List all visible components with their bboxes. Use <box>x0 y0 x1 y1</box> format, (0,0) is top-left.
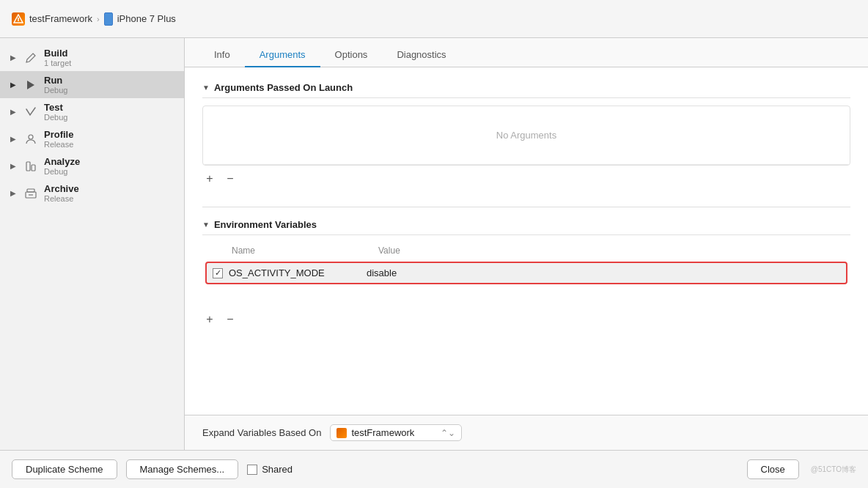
sidebar-item-analyze-text: Analyze Debug <box>44 156 80 176</box>
column-header-value: Value <box>378 245 821 256</box>
select-icon <box>336 428 347 438</box>
sidebar-item-archive[interactable]: ▶ Archive Release <box>0 180 184 207</box>
expand-icon-build: ▶ <box>10 53 18 62</box>
env-section: ▼ Environment Variables Name Value ✓ OS_… <box>202 219 850 333</box>
sidebar-item-analyze[interactable]: ▶ Analyze Debug <box>0 152 184 180</box>
arguments-section-header: ▼ Arguments Passed On Launch <box>202 82 850 98</box>
sidebar-item-test-text: Test Debug <box>44 102 67 122</box>
column-header-name: Name <box>232 245 378 256</box>
env-section-header: ▼ Environment Variables <box>202 219 850 235</box>
run-icon <box>23 78 38 92</box>
close-button[interactable]: Close <box>747 459 799 479</box>
content-body: ▼ Arguments Passed On Launch No Argument… <box>185 67 868 415</box>
main-container: ▶ Build 1 target ▶ Run Debug ▶ <box>0 38 868 450</box>
sidebar-item-profile-text: Profile Release <box>44 129 73 149</box>
shared-label: Shared <box>262 464 293 475</box>
shared-checkbox-label[interactable]: Shared <box>247 464 293 475</box>
no-arguments-label: No Arguments <box>203 106 850 165</box>
section-divider <box>202 207 850 207</box>
svg-marker-3 <box>27 81 34 89</box>
device-icon <box>104 12 113 26</box>
table-header: Name Value <box>202 243 850 259</box>
profile-icon <box>23 132 38 147</box>
select-text: testFramework <box>336 427 414 438</box>
env-add-remove: + − <box>202 306 850 333</box>
titlebar: testFramework › iPhone 7 Plus <box>0 0 868 38</box>
expand-icon-test: ▶ <box>10 108 18 116</box>
project-name: testFramework <box>29 13 92 24</box>
watermark: @51CTO博客 <box>811 465 856 475</box>
content-area: Info Arguments Options Diagnostics ▼ Arg… <box>185 38 868 450</box>
triangle-icon-args: ▼ <box>202 84 210 92</box>
arguments-section: ▼ Arguments Passed On Launch No Argument… <box>202 82 850 192</box>
svg-point-4 <box>29 135 33 139</box>
args-add-remove: + − <box>202 166 850 192</box>
svg-rect-6 <box>32 165 35 171</box>
env-remove-button[interactable]: − <box>223 312 238 327</box>
sidebar-item-run[interactable]: ▶ Run Debug <box>0 71 184 98</box>
args-remove-button[interactable]: − <box>223 171 238 186</box>
expand-vars-label: Expand Variables Based On <box>202 427 321 438</box>
device-name: iPhone 7 Plus <box>117 13 176 24</box>
sidebar-item-run-text: Run Debug <box>44 75 67 95</box>
args-add-button[interactable]: + <box>202 171 217 186</box>
expand-icon-profile: ▶ <box>10 135 18 143</box>
content-footer: Expand Variables Based On testFramework … <box>185 415 868 450</box>
tab-info[interactable]: Info <box>199 43 245 67</box>
select-arrows-icon: ⌃⌄ <box>441 428 455 438</box>
expand-icon-run: ▶ <box>10 81 18 89</box>
arguments-section-title: Arguments Passed On Launch <box>214 82 353 93</box>
archive-icon <box>23 186 38 201</box>
sidebar-item-profile[interactable]: ▶ Profile Release <box>0 125 184 152</box>
expand-icon-archive: ▶ <box>10 189 18 197</box>
env-section-title: Environment Variables <box>214 219 317 230</box>
sidebar-item-archive-text: Archive Release <box>44 183 79 203</box>
expand-icon-analyze: ▶ <box>10 162 18 170</box>
bottom-bar: Duplicate Scheme Manage Schemes... Share… <box>0 450 868 488</box>
analyze-icon <box>23 159 38 174</box>
manage-schemes-button[interactable]: Manage Schemes... <box>126 459 239 479</box>
tab-diagnostics[interactable]: Diagnostics <box>382 43 460 67</box>
svg-rect-5 <box>26 162 30 171</box>
test-icon <box>23 105 38 119</box>
duplicate-scheme-button[interactable]: Duplicate Scheme <box>12 459 117 479</box>
breadcrumb-chevron: › <box>97 15 100 23</box>
selected-value: testFramework <box>351 427 414 438</box>
row-name: OS_ACTIVITY_MODE <box>229 267 361 278</box>
table-row[interactable]: ✓ OS_ACTIVITY_MODE disable <box>205 262 847 284</box>
env-add-button[interactable]: + <box>202 312 217 327</box>
sidebar-item-test[interactable]: ▶ Test Debug <box>0 98 184 125</box>
triangle-icon-env: ▼ <box>202 221 210 229</box>
shared-checkbox[interactable] <box>247 465 257 475</box>
expand-vars-select[interactable]: testFramework ⌃⌄ <box>330 424 462 441</box>
sidebar-item-build[interactable]: ▶ Build 1 target <box>0 44 184 71</box>
row-value: disable <box>367 267 840 278</box>
svg-point-1 <box>18 20 19 21</box>
tabs: Info Arguments Options Diagnostics <box>185 38 868 67</box>
row-checkbox[interactable]: ✓ <box>213 268 223 278</box>
build-icon <box>23 51 38 65</box>
sidebar: ▶ Build 1 target ▶ Run Debug ▶ <box>0 38 185 450</box>
tab-options[interactable]: Options <box>320 43 383 67</box>
sidebar-item-build-text: Build 1 target <box>44 48 71 67</box>
svg-rect-8 <box>27 189 34 192</box>
tab-arguments[interactable]: Arguments <box>245 43 320 67</box>
project-icon <box>12 12 25 26</box>
